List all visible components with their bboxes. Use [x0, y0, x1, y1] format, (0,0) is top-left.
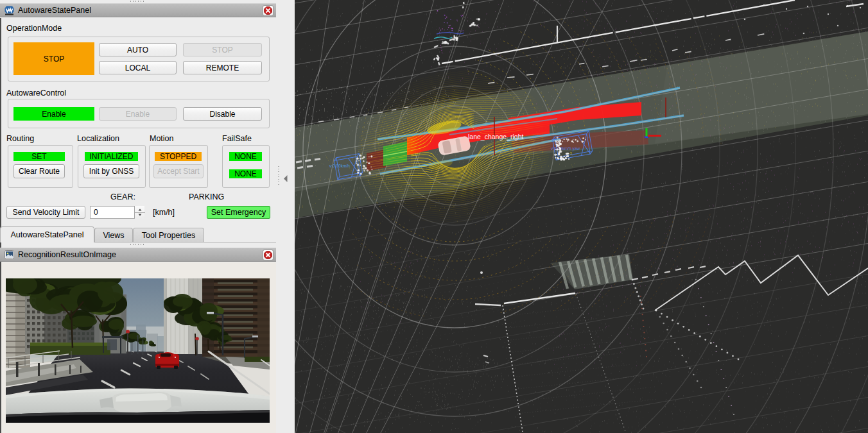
svg-text:v:0.00km/h yaw: v:0.00km/h yaw — [551, 146, 580, 151]
svg-text:v:0.00km/h: v:0.00km/h — [329, 164, 350, 168]
svg-text:lane_change_right: lane_change_right — [468, 133, 523, 140]
